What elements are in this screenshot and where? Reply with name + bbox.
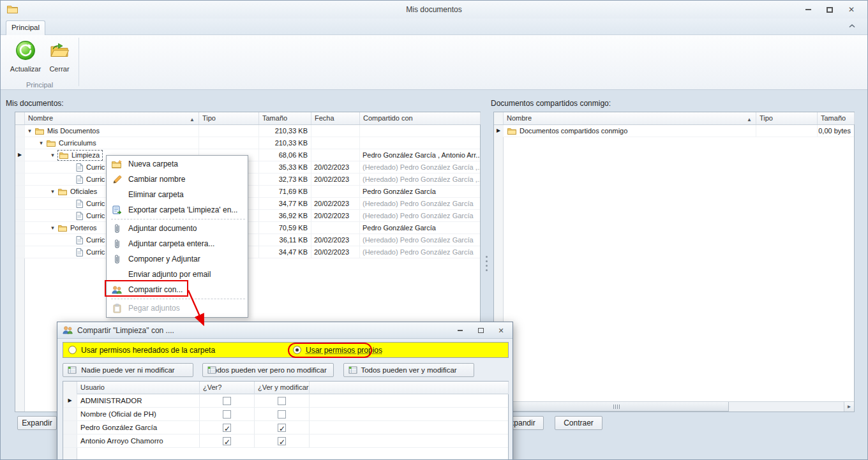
ver-checkbox[interactable] xyxy=(223,410,231,419)
minimize-button[interactable] xyxy=(802,4,814,15)
right-grid-header: Nombre▲ Tipo Tamaño xyxy=(494,112,854,125)
column-header-tipo[interactable]: Tipo xyxy=(199,112,259,124)
radio-icon[interactable] xyxy=(293,346,301,354)
column-header-fecha[interactable]: Fecha xyxy=(311,112,360,124)
close-folder-icon xyxy=(49,40,70,61)
expand-toggle-icon[interactable]: ▾ xyxy=(49,186,56,197)
right-grid-body: ▶ Documentos compartidos conmigo 0,00 by… xyxy=(494,125,854,412)
column-header-ver[interactable]: ¿Ver? xyxy=(200,382,255,394)
ver-y-modificar-checkbox[interactable] xyxy=(278,397,286,405)
contraer-button[interactable]: Contraer xyxy=(555,416,602,430)
table-row[interactable]: ▾Curriculums 210,33 KB xyxy=(15,137,480,149)
ribbon: Actualizar Cerrar Principal xyxy=(1,34,867,90)
dialog-minimize-button[interactable] xyxy=(454,325,466,336)
column-header-usuario[interactable]: Usuario xyxy=(77,382,200,394)
expand-toggle-icon[interactable]: ▾ xyxy=(26,125,33,137)
column-header-tamano[interactable]: Tamaño xyxy=(818,112,855,124)
actualizar-button[interactable]: Actualizar xyxy=(9,38,42,83)
permission-list-icon xyxy=(68,366,77,374)
indicator-column-header xyxy=(494,112,504,124)
user-row[interactable]: Nombre (Oficial de PH) xyxy=(63,408,508,421)
column-header-nombre[interactable]: Nombre▲ xyxy=(504,112,756,124)
share-people-icon xyxy=(111,284,123,295)
user-row[interactable]: Pedro González García xyxy=(63,421,508,434)
mis-documentos-window: Mis documentos ✕ Principal Actualizar xyxy=(0,0,868,460)
cerrar-button[interactable]: Cerrar xyxy=(43,38,76,83)
user-row[interactable]: Antonio Arroyo Chamorro xyxy=(63,434,508,448)
preset-ver-no-modificar-button[interactable]: Todos pueden ver pero no modificar xyxy=(202,363,334,377)
menu-item-cambiar-nombre[interactable]: Cambiar nombre xyxy=(107,172,248,187)
column-header-compartido[interactable]: Compartido con xyxy=(360,112,481,124)
panel-splitter-grip[interactable] xyxy=(486,256,488,271)
scroll-right-icon[interactable]: ► xyxy=(844,402,854,412)
ver-checkbox[interactable] xyxy=(223,397,231,405)
expandir-left-button[interactable]: Expandir xyxy=(17,416,57,430)
ribbon-group-separator xyxy=(79,38,79,86)
radio-permisos-propios[interactable]: Usar permisos propios xyxy=(293,343,382,357)
column-header-tipo[interactable]: Tipo xyxy=(756,112,818,124)
menu-item-enviar-adjunto-email[interactable]: Enviar adjunto por email xyxy=(107,267,248,282)
dialog-close-button[interactable]: ✕ xyxy=(495,325,507,336)
window-title: Mis documentos xyxy=(1,5,867,14)
refresh-icon xyxy=(15,40,36,61)
column-header-tamano[interactable]: Tamaño xyxy=(259,112,311,124)
column-header-nombre[interactable]: Nombre▲ xyxy=(25,112,199,124)
paperclip-icon xyxy=(111,253,123,265)
menu-item-eliminar-carpeta[interactable]: Eliminar carpeta xyxy=(107,187,248,202)
ver-y-modificar-checkbox[interactable] xyxy=(278,424,286,432)
ribbon-collapse-icon[interactable] xyxy=(848,24,856,29)
column-header-ver-y-modificar[interactable]: ¿Ver y modificar? xyxy=(255,382,310,394)
ver-y-modificar-checkbox[interactable] xyxy=(278,437,286,445)
dialog-maximize-button[interactable] xyxy=(475,325,486,336)
radio-icon[interactable] xyxy=(68,346,77,354)
preset-nadie-button[interactable]: Nadie puede ver ni modificar xyxy=(63,363,193,377)
expand-toggle-icon[interactable]: ▾ xyxy=(49,222,56,234)
context-menu: Nueva carpeta Cambiar nombre Eliminar ca… xyxy=(106,155,248,318)
table-row[interactable]: ▾Mis Documentos 210,33 KB xyxy=(15,125,480,137)
horizontal-scrollbar[interactable]: ◄ ► xyxy=(494,401,854,412)
left-panel-label: Mis documentos: xyxy=(6,99,64,108)
ribbon-group-label: Principal xyxy=(7,81,72,89)
expand-toggle-icon[interactable]: ▾ xyxy=(38,137,45,149)
preset-ver-y-modificar-button[interactable]: Todos pueden ver y modificar xyxy=(343,363,474,377)
menu-item-exportar-carpeta[interactable]: Exportar carpeta 'Limpieza' en... xyxy=(107,202,248,218)
menu-item-componer-adjuntar[interactable]: Componer y Adjuntar xyxy=(107,251,248,267)
row-indicator-icon: ▶ xyxy=(497,125,500,137)
tab-principal[interactable]: Principal xyxy=(6,20,45,35)
paste-clipboard-icon xyxy=(111,302,123,314)
menu-item-nueva-carpeta[interactable]: Nueva carpeta xyxy=(107,156,248,172)
permissions-mode-strip: Usar permisos heredados de la carpeta Us… xyxy=(63,342,509,358)
document-icon xyxy=(76,212,83,220)
menu-item-adjuntar-carpeta[interactable]: Adjuntar carpeta entera... xyxy=(107,236,248,251)
ver-y-modificar-checkbox[interactable] xyxy=(278,410,286,419)
menu-item-pegar-adjuntos: Pegar adjuntos xyxy=(107,300,248,316)
row-indicator-icon: ▶ xyxy=(18,149,22,161)
ver-checkbox[interactable] xyxy=(223,424,231,432)
ribbon-tabstrip: Principal xyxy=(1,19,867,34)
table-row-selected[interactable]: ▶ Documentos compartidos conmigo 0,00 by… xyxy=(494,125,854,137)
shared-with-me-grid: Nombre▲ Tipo Tamaño ▶ Documentos compart… xyxy=(493,112,855,412)
folder-icon xyxy=(59,152,68,159)
menu-item-compartir-con[interactable]: Compartir con... xyxy=(107,282,248,297)
right-panel-label: Documentos compartidos conmigo: xyxy=(491,99,611,108)
folder-icon xyxy=(47,140,56,147)
scrollbar-thumb[interactable] xyxy=(504,402,729,412)
menu-item-adjuntar-documento[interactable]: Adjuntar documento xyxy=(107,221,248,236)
scrollbar-track[interactable] xyxy=(729,402,844,412)
permission-list-icon xyxy=(348,366,357,374)
document-icon xyxy=(76,163,83,172)
dialog-titlebar: Compartir "Limpieza" con .... ✕ xyxy=(57,322,513,339)
document-icon xyxy=(76,248,83,256)
document-icon xyxy=(76,175,83,184)
radio-permisos-heredados[interactable]: Usar permisos heredados de la carpeta xyxy=(68,343,215,357)
user-row[interactable]: ▶ ADMINISTRADOR xyxy=(63,394,508,408)
indicator-column-header xyxy=(63,382,77,394)
row-indicator-icon: ▶ xyxy=(68,394,71,407)
permission-list-icon xyxy=(207,366,216,374)
sort-asc-icon: ▲ xyxy=(747,114,752,124)
ver-checkbox[interactable] xyxy=(223,437,231,445)
close-button[interactable]: ✕ xyxy=(846,4,857,15)
maximize-button[interactable] xyxy=(824,4,835,15)
users-grid-header: Usuario ¿Ver? ¿Ver y modificar? xyxy=(63,382,508,394)
expand-toggle-icon[interactable]: ▾ xyxy=(49,149,56,161)
